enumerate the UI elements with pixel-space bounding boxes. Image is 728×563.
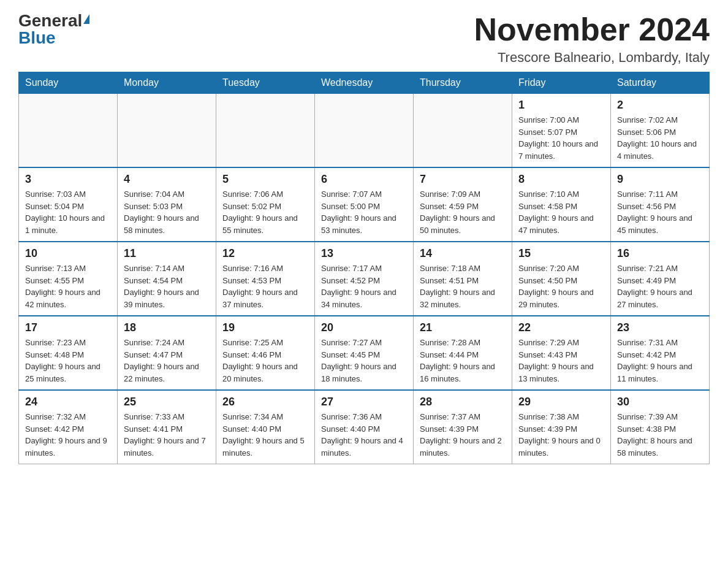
calendar-cell: 13Sunrise: 7:17 AMSunset: 4:52 PMDayligh… xyxy=(315,242,414,316)
calendar-table: SundayMondayTuesdayWednesdayThursdayFrid… xyxy=(18,72,710,464)
day-info: Sunrise: 7:11 AMSunset: 4:56 PMDaylight:… xyxy=(617,188,703,236)
logo-blue-text: Blue xyxy=(18,29,56,47)
calendar-cell: 2Sunrise: 7:02 AMSunset: 5:06 PMDaylight… xyxy=(611,94,710,168)
day-number: 11 xyxy=(124,247,210,260)
day-info: Sunrise: 7:06 AMSunset: 5:02 PMDaylight:… xyxy=(222,188,308,236)
day-number: 20 xyxy=(321,321,407,334)
weekday-header-sunday: Sunday xyxy=(19,72,118,94)
day-info: Sunrise: 7:10 AMSunset: 4:58 PMDaylight:… xyxy=(518,188,604,236)
calendar-cell: 22Sunrise: 7:29 AMSunset: 4:43 PMDayligh… xyxy=(512,316,611,390)
weekday-header-friday: Friday xyxy=(512,72,611,94)
day-number: 9 xyxy=(617,173,703,186)
calendar-cell: 9Sunrise: 7:11 AMSunset: 4:56 PMDaylight… xyxy=(611,167,710,242)
calendar-week-row-5: 24Sunrise: 7:32 AMSunset: 4:42 PMDayligh… xyxy=(19,390,710,464)
calendar-cell: 16Sunrise: 7:21 AMSunset: 4:49 PMDayligh… xyxy=(611,242,710,316)
day-number: 8 xyxy=(518,173,604,186)
weekday-header-wednesday: Wednesday xyxy=(315,72,414,94)
calendar-cell: 20Sunrise: 7:27 AMSunset: 4:45 PMDayligh… xyxy=(315,316,414,390)
day-number: 29 xyxy=(518,396,604,408)
day-info: Sunrise: 7:13 AMSunset: 4:55 PMDaylight:… xyxy=(25,262,111,310)
day-info: Sunrise: 7:25 AMSunset: 4:46 PMDaylight:… xyxy=(222,337,308,385)
calendar-cell: 11Sunrise: 7:14 AMSunset: 4:54 PMDayligh… xyxy=(118,242,216,316)
calendar-cell: 27Sunrise: 7:36 AMSunset: 4:40 PMDayligh… xyxy=(315,390,414,464)
day-number: 10 xyxy=(25,247,111,260)
day-number: 7 xyxy=(420,173,506,186)
calendar-cell: 15Sunrise: 7:20 AMSunset: 4:50 PMDayligh… xyxy=(512,242,611,316)
calendar-cell xyxy=(216,94,315,168)
day-info: Sunrise: 7:20 AMSunset: 4:50 PMDaylight:… xyxy=(518,262,604,310)
day-info: Sunrise: 7:39 AMSunset: 4:38 PMDaylight:… xyxy=(617,411,703,459)
day-info: Sunrise: 7:24 AMSunset: 4:47 PMDaylight:… xyxy=(124,337,210,385)
calendar-cell: 1Sunrise: 7:00 AMSunset: 5:07 PMDaylight… xyxy=(512,94,611,168)
day-info: Sunrise: 7:18 AMSunset: 4:51 PMDaylight:… xyxy=(420,262,506,310)
day-number: 22 xyxy=(518,321,604,334)
day-info: Sunrise: 7:31 AMSunset: 4:42 PMDaylight:… xyxy=(617,337,703,385)
day-number: 26 xyxy=(222,396,308,408)
day-number: 1 xyxy=(518,99,604,112)
day-info: Sunrise: 7:37 AMSunset: 4:39 PMDaylight:… xyxy=(420,411,506,459)
day-info: Sunrise: 7:32 AMSunset: 4:42 PMDaylight:… xyxy=(25,411,111,459)
day-number: 18 xyxy=(124,321,210,334)
month-title: November 2024 xyxy=(474,12,710,47)
calendar-cell: 19Sunrise: 7:25 AMSunset: 4:46 PMDayligh… xyxy=(216,316,315,390)
calendar-cell: 18Sunrise: 7:24 AMSunset: 4:47 PMDayligh… xyxy=(118,316,216,390)
day-number: 13 xyxy=(321,247,407,260)
day-info: Sunrise: 7:29 AMSunset: 4:43 PMDaylight:… xyxy=(518,337,604,385)
day-number: 30 xyxy=(617,396,703,408)
day-info: Sunrise: 7:02 AMSunset: 5:06 PMDaylight:… xyxy=(617,114,703,162)
calendar-week-row-2: 3Sunrise: 7:03 AMSunset: 5:04 PMDaylight… xyxy=(19,167,710,242)
day-info: Sunrise: 7:14 AMSunset: 4:54 PMDaylight:… xyxy=(124,262,210,310)
calendar-week-row-1: 1Sunrise: 7:00 AMSunset: 5:07 PMDaylight… xyxy=(19,94,710,168)
calendar-cell: 6Sunrise: 7:07 AMSunset: 5:00 PMDaylight… xyxy=(315,167,414,242)
logo-triangle-icon xyxy=(83,14,89,24)
calendar-cell: 23Sunrise: 7:31 AMSunset: 4:42 PMDayligh… xyxy=(611,316,710,390)
day-number: 12 xyxy=(222,247,308,260)
day-info: Sunrise: 7:33 AMSunset: 4:41 PMDaylight:… xyxy=(124,411,210,459)
day-info: Sunrise: 7:09 AMSunset: 4:59 PMDaylight:… xyxy=(420,188,506,236)
calendar-cell: 8Sunrise: 7:10 AMSunset: 4:58 PMDaylight… xyxy=(512,167,611,242)
weekday-header-row: SundayMondayTuesdayWednesdayThursdayFrid… xyxy=(19,72,710,94)
day-info: Sunrise: 7:17 AMSunset: 4:52 PMDaylight:… xyxy=(321,262,407,310)
day-number: 24 xyxy=(25,396,111,408)
day-info: Sunrise: 7:00 AMSunset: 5:07 PMDaylight:… xyxy=(518,114,604,162)
day-number: 19 xyxy=(222,321,308,334)
calendar-cell: 17Sunrise: 7:23 AMSunset: 4:48 PMDayligh… xyxy=(19,316,118,390)
logo: General Blue xyxy=(18,12,89,47)
day-info: Sunrise: 7:34 AMSunset: 4:40 PMDaylight:… xyxy=(222,411,308,459)
day-number: 23 xyxy=(617,321,703,334)
day-number: 2 xyxy=(617,99,703,112)
day-info: Sunrise: 7:28 AMSunset: 4:44 PMDaylight:… xyxy=(420,337,506,385)
calendar-cell: 12Sunrise: 7:16 AMSunset: 4:53 PMDayligh… xyxy=(216,242,315,316)
day-info: Sunrise: 7:38 AMSunset: 4:39 PMDaylight:… xyxy=(518,411,604,459)
calendar-cell: 24Sunrise: 7:32 AMSunset: 4:42 PMDayligh… xyxy=(19,390,118,464)
day-number: 17 xyxy=(25,321,111,334)
day-number: 15 xyxy=(518,247,604,260)
day-number: 3 xyxy=(25,173,111,186)
day-info: Sunrise: 7:16 AMSunset: 4:53 PMDaylight:… xyxy=(222,262,308,310)
logo-general-text: General xyxy=(18,12,82,29)
day-number: 28 xyxy=(420,396,506,408)
day-info: Sunrise: 7:36 AMSunset: 4:40 PMDaylight:… xyxy=(321,411,407,459)
calendar-cell xyxy=(118,94,216,168)
weekday-header-saturday: Saturday xyxy=(611,72,710,94)
day-number: 21 xyxy=(420,321,506,334)
calendar-cell: 25Sunrise: 7:33 AMSunset: 4:41 PMDayligh… xyxy=(118,390,216,464)
day-info: Sunrise: 7:23 AMSunset: 4:48 PMDaylight:… xyxy=(25,337,111,385)
day-info: Sunrise: 7:03 AMSunset: 5:04 PMDaylight:… xyxy=(25,188,111,236)
calendar-cell: 21Sunrise: 7:28 AMSunset: 4:44 PMDayligh… xyxy=(414,316,512,390)
day-info: Sunrise: 7:21 AMSunset: 4:49 PMDaylight:… xyxy=(617,262,703,310)
calendar-cell xyxy=(315,94,414,168)
day-number: 25 xyxy=(124,396,210,408)
weekday-header-tuesday: Tuesday xyxy=(216,72,315,94)
location-title: Trescore Balneario, Lombardy, Italy xyxy=(474,50,710,66)
calendar-week-row-3: 10Sunrise: 7:13 AMSunset: 4:55 PMDayligh… xyxy=(19,242,710,316)
weekday-header-thursday: Thursday xyxy=(414,72,512,94)
calendar-cell: 28Sunrise: 7:37 AMSunset: 4:39 PMDayligh… xyxy=(414,390,512,464)
calendar-cell: 10Sunrise: 7:13 AMSunset: 4:55 PMDayligh… xyxy=(19,242,118,316)
calendar-cell: 14Sunrise: 7:18 AMSunset: 4:51 PMDayligh… xyxy=(414,242,512,316)
calendar-cell: 3Sunrise: 7:03 AMSunset: 5:04 PMDaylight… xyxy=(19,167,118,242)
calendar-cell: 5Sunrise: 7:06 AMSunset: 5:02 PMDaylight… xyxy=(216,167,315,242)
day-number: 14 xyxy=(420,247,506,260)
calendar-cell: 26Sunrise: 7:34 AMSunset: 4:40 PMDayligh… xyxy=(216,390,315,464)
calendar-cell xyxy=(414,94,512,168)
